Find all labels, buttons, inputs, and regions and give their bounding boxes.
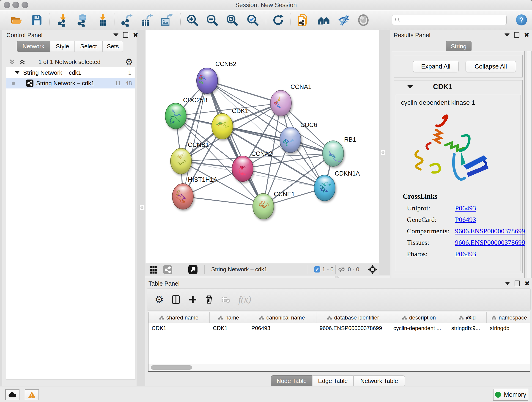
function-icon[interactable]: f(x) (238, 294, 251, 305)
crosslink-tissues[interactable]: 9606.ENSP00000378699 (455, 239, 525, 246)
network-row[interactable]: String Network – cdk1 11 48 (6, 78, 135, 89)
network-canvas[interactable]: CCNB2CCNA1CDC25BCDK1CDC6RB1CCNB1CCNA2CDK… (146, 30, 379, 263)
float-panel-icon[interactable] (505, 33, 510, 36)
scrollbar-thumb[interactable] (151, 365, 192, 370)
collapse-section-icon[interactable] (407, 85, 413, 89)
maximize-panel-icon[interactable] (123, 32, 128, 38)
crosslink-pharos[interactable]: P06493 (455, 250, 476, 258)
shared-column-icon (218, 316, 223, 320)
node-HIST1H1A[interactable]: HIST1H1A (172, 176, 217, 209)
node-RB1[interactable]: RB1 (323, 136, 356, 166)
float-panel-icon[interactable] (114, 33, 119, 36)
glasses-slash-icon[interactable] (337, 14, 350, 27)
float-panel-icon[interactable] (505, 282, 510, 285)
tab-edge-table[interactable]: Edge Table (312, 375, 354, 386)
open-session-icon[interactable] (10, 14, 23, 27)
crosslink-genecard[interactable]: P06493 (455, 216, 476, 223)
network-edge[interactable] (207, 81, 281, 103)
column-header-canonical-name[interactable]: canonical name (248, 313, 317, 323)
close-panel-icon[interactable]: ✖ (525, 281, 530, 286)
export-table-icon[interactable] (140, 14, 153, 27)
maximize-panel-icon[interactable] (515, 281, 520, 286)
table-horizontal-scrollbar[interactable] (148, 364, 530, 371)
tab-string[interactable]: String (446, 41, 472, 52)
share-icon[interactable] (163, 265, 172, 274)
crosslink-uniprot[interactable]: P06493 (455, 204, 476, 212)
delete-column-icon[interactable] (205, 295, 214, 304)
network-collection-row[interactable]: String Network – cdk1 1 (6, 67, 135, 78)
gear-icon[interactable]: ⚙ (125, 58, 133, 65)
houses-icon[interactable] (317, 14, 330, 27)
crosshair-icon[interactable] (368, 265, 377, 274)
save-session-icon[interactable] (30, 14, 43, 27)
warning-button[interactable] (25, 389, 39, 400)
node-table: shared namenamecanonical namedatabase id… (148, 312, 530, 372)
string-document-icon[interactable] (297, 14, 310, 27)
node-CDKN1A[interactable]: CDKN1A (314, 170, 360, 201)
zoom-selected-icon[interactable] (246, 14, 259, 27)
column-header-label: description (409, 314, 436, 321)
node-CCNB1[interactable]: CCNB1 (171, 141, 209, 174)
refresh-layout-icon[interactable] (272, 14, 285, 27)
column-header-namespace[interactable]: namespace (487, 313, 530, 323)
network-edge[interactable] (183, 196, 263, 206)
maximize-panel-icon[interactable] (514, 32, 519, 38)
export-image-icon[interactable] (160, 14, 173, 27)
toolbar-separator (266, 13, 266, 27)
import-network-file-icon[interactable] (56, 14, 69, 27)
zoom-in-icon[interactable] (186, 14, 199, 27)
table-row[interactable]: CDK1CDK1P064939606.ENSP00000378699cyclin… (148, 323, 530, 333)
tab-sets[interactable]: Sets (102, 41, 123, 52)
help-icon[interactable]: ? (516, 14, 527, 26)
cloud-icon (8, 392, 17, 398)
grid-icon[interactable] (149, 265, 158, 274)
node-CCNE1[interactable]: CCNE1 (253, 191, 295, 219)
node-CCNB2[interactable]: CCNB2 (196, 61, 236, 94)
gene-header[interactable]: CDK1 (394, 80, 522, 93)
checkbox-icon[interactable]: ✔ (314, 266, 320, 273)
columns-icon[interactable] (171, 295, 181, 304)
column-header-database-identifier[interactable]: database identifier (317, 313, 390, 323)
right-splitter-handle[interactable] (380, 150, 385, 155)
gear-icon[interactable]: ⚙ (155, 294, 164, 305)
node-CCNA1[interactable]: CCNA1 (270, 83, 312, 116)
collapse-all-button[interactable]: Collapse All (466, 61, 516, 72)
network-view[interactable]: CCNB2CCNA1CDC25BCDK1CDC6RB1CCNB1CCNA2CDK… (145, 30, 380, 263)
birdseye-icon[interactable] (188, 265, 197, 274)
title-bar: Session: New Session (0, 0, 532, 10)
import-network-database-icon[interactable] (76, 14, 89, 27)
memory-button[interactable]: Memory (493, 389, 528, 401)
search-field[interactable] (392, 15, 507, 25)
tree-expander-icon[interactable] (15, 71, 19, 74)
tab-select[interactable]: Select (75, 41, 102, 52)
eye-slash-icon[interactable] (338, 266, 346, 273)
glass-ball-icon[interactable] (357, 14, 370, 27)
node-label: CDK1 (232, 108, 248, 114)
search-input[interactable] (400, 17, 500, 23)
network-edge[interactable] (207, 81, 263, 206)
zoom-out-icon[interactable] (206, 14, 219, 27)
tab-node-table[interactable]: Node Table (271, 375, 312, 386)
column-header--id[interactable]: @id (448, 313, 487, 323)
expand-all-button[interactable]: Expand All (413, 61, 459, 72)
tab-style[interactable]: Style (50, 41, 75, 52)
import-table-icon[interactable] (96, 14, 109, 27)
column-header-description[interactable]: description (390, 313, 448, 323)
crosslink-compartments[interactable]: 9606.ENSP00000378699 (455, 227, 525, 235)
zoom-fit-icon[interactable] (226, 14, 239, 27)
add-column-icon[interactable] (188, 295, 197, 304)
cloud-button[interactable] (5, 389, 19, 400)
column-header-name[interactable]: name (210, 313, 248, 323)
network-edge[interactable] (243, 169, 325, 188)
export-network-icon[interactable] (120, 14, 133, 27)
table-delete-icon[interactable] (221, 296, 230, 303)
tab-network-table[interactable]: Network Table (354, 375, 405, 386)
close-panel-icon[interactable]: ✖ (133, 32, 138, 38)
close-panel-icon[interactable]: ✖ (524, 32, 529, 38)
results-scrollbar[interactable] (527, 51, 532, 296)
search-icon (394, 17, 400, 23)
left-splitter-handle[interactable] (139, 205, 144, 210)
table-cell: cyclin-dependent ... (390, 323, 448, 333)
column-header-shared-name[interactable]: shared name (148, 313, 210, 323)
tab-network[interactable]: Network (17, 41, 50, 52)
